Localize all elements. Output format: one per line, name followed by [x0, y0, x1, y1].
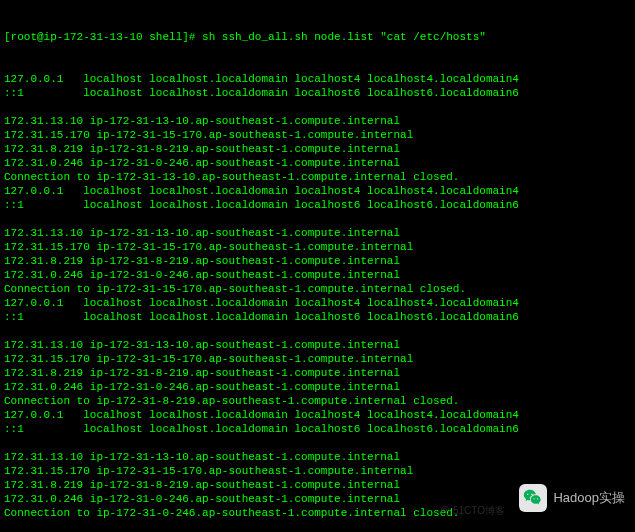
- output-container: 127.0.0.1 localhost localhost.localdomai…: [4, 72, 631, 520]
- output-line: Connection to ip-172-31-13-10.ap-southea…: [4, 170, 631, 184]
- output-line: [4, 324, 631, 338]
- output-line: ::1 localhost localhost.localdomain loca…: [4, 86, 631, 100]
- output-line: Connection to ip-172-31-15-170.ap-southe…: [4, 282, 631, 296]
- output-line: 172.31.8.219 ip-172-31-8-219.ap-southeas…: [4, 142, 631, 156]
- output-line: 127.0.0.1 localhost localhost.localdomai…: [4, 184, 631, 198]
- output-line: 172.31.15.170 ip-172-31-15-170.ap-southe…: [4, 240, 631, 254]
- output-line: 172.31.0.246 ip-172-31-0-246.ap-southeas…: [4, 380, 631, 394]
- output-line: ::1 localhost localhost.localdomain loca…: [4, 198, 631, 212]
- output-line: [4, 100, 631, 114]
- output-line: 127.0.0.1 localhost localhost.localdomai…: [4, 72, 631, 86]
- faded-watermark: @ 51CTO博客: [440, 504, 505, 518]
- output-line: 172.31.0.246 ip-172-31-0-246.ap-southeas…: [4, 268, 631, 282]
- output-line: 172.31.13.10 ip-172-31-13-10.ap-southeas…: [4, 450, 631, 464]
- output-line: 127.0.0.1 localhost localhost.localdomai…: [4, 296, 631, 310]
- terminal-output: [root@ip-172-31-13-10 shell]# sh ssh_do_…: [0, 0, 635, 532]
- output-line: Connection to ip-172-31-8-219.ap-southea…: [4, 394, 631, 408]
- output-line: 172.31.0.246 ip-172-31-0-246.ap-southeas…: [4, 156, 631, 170]
- output-line: 172.31.15.170 ip-172-31-15-170.ap-southe…: [4, 464, 631, 478]
- output-line: 172.31.15.170 ip-172-31-15-170.ap-southe…: [4, 352, 631, 366]
- output-line: 172.31.13.10 ip-172-31-13-10.ap-southeas…: [4, 338, 631, 352]
- output-line: [4, 212, 631, 226]
- output-line: 172.31.13.10 ip-172-31-13-10.ap-southeas…: [4, 226, 631, 240]
- output-line: 172.31.15.170 ip-172-31-15-170.ap-southe…: [4, 128, 631, 142]
- output-line: 127.0.0.1 localhost localhost.localdomai…: [4, 408, 631, 422]
- output-line: ::1 localhost localhost.localdomain loca…: [4, 310, 631, 324]
- wechat-icon: [519, 484, 547, 512]
- output-line: 172.31.8.219 ip-172-31-8-219.ap-southeas…: [4, 366, 631, 380]
- wechat-svg-icon: [522, 487, 544, 509]
- watermark-container: Hadoop实操: [519, 484, 625, 512]
- output-line: 172.31.13.10 ip-172-31-13-10.ap-southeas…: [4, 114, 631, 128]
- output-line: 172.31.8.219 ip-172-31-8-219.ap-southeas…: [4, 254, 631, 268]
- watermark-text: Hadoop实操: [553, 491, 625, 505]
- command-prompt-line: [root@ip-172-31-13-10 shell]# sh ssh_do_…: [4, 30, 631, 44]
- output-line: [4, 436, 631, 450]
- output-line: ::1 localhost localhost.localdomain loca…: [4, 422, 631, 436]
